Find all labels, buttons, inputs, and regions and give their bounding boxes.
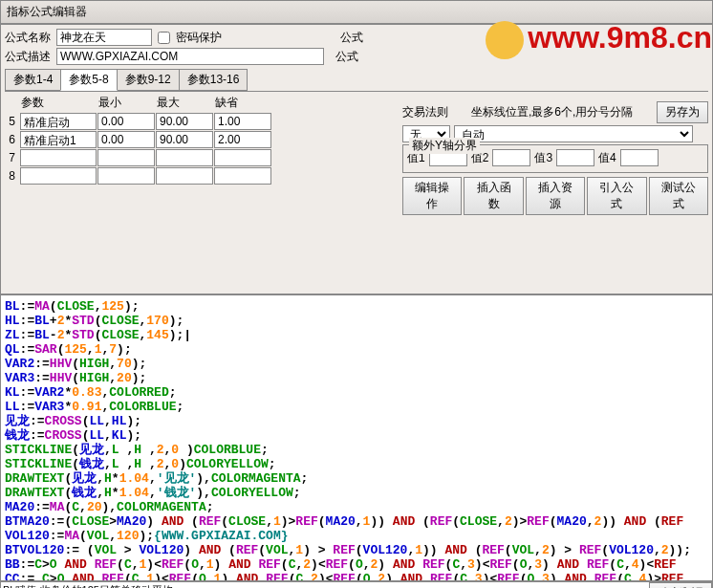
- param-header: 参数: [20, 94, 97, 112]
- name-label: 公式名称: [5, 30, 53, 46]
- param-tab[interactable]: 参数13-16: [179, 69, 248, 91]
- param-rownum: 8: [5, 167, 19, 185]
- param-header: 缺省: [214, 94, 271, 112]
- v4-input[interactable]: [620, 149, 659, 166]
- logo-icon: [486, 21, 524, 59]
- save-as-button[interactable]: 另存为: [657, 101, 708, 123]
- param-cell[interactable]: 精准启动1: [20, 131, 97, 148]
- param-cell[interactable]: [97, 167, 155, 185]
- desc-label: 公式描述: [5, 49, 53, 65]
- param-header: 最小: [97, 94, 155, 112]
- param-cell[interactable]: 90.00: [156, 113, 213, 130]
- param-header: [5, 94, 19, 112]
- v2-input[interactable]: [492, 149, 530, 166]
- param-cell[interactable]: [20, 149, 97, 166]
- action-button[interactable]: 编辑操作: [402, 177, 462, 215]
- param-header: 最大: [156, 94, 213, 112]
- watermark: www.9m8.cn: [486, 20, 712, 59]
- description-area[interactable]: BL赋值:收盘价的125日简单移动平均HL赋值:BL+2*收盘价的170日估算标…: [1, 582, 650, 588]
- auto-select[interactable]: 自动: [454, 125, 693, 142]
- param-cell[interactable]: [214, 149, 271, 166]
- param-cell[interactable]: [156, 167, 213, 185]
- v4-label: 值4: [598, 150, 616, 166]
- formula-label-1: 公式: [340, 30, 363, 46]
- param-cell[interactable]: [156, 149, 213, 166]
- param-cell[interactable]: 0.00: [97, 113, 155, 130]
- coord-hint: 坐标线位置,最多6个,用分号分隔: [471, 104, 633, 120]
- password-label: 密码保护: [176, 30, 222, 46]
- formula-desc-input[interactable]: [56, 48, 324, 65]
- action-buttons: 编辑操作插入函数插入资源引入公式测试公式: [402, 177, 708, 215]
- action-button[interactable]: 插入函数: [464, 177, 523, 215]
- param-cell[interactable]: [214, 167, 271, 185]
- action-button[interactable]: 插入资源: [526, 177, 585, 215]
- formula-name-input[interactable]: [56, 29, 152, 46]
- param-rownum: 5: [5, 113, 19, 130]
- param-rownum: 6: [5, 131, 19, 148]
- action-button[interactable]: 测试公式: [649, 177, 708, 215]
- param-cell[interactable]: 90.00: [156, 131, 213, 148]
- trade-rule-label: 交易法则: [402, 104, 448, 120]
- form-area: www.9m8.cn 公式名称 密码保护 公式 公式描述 公式 参数1-4参数5…: [0, 24, 713, 294]
- password-checkbox[interactable]: [158, 32, 170, 44]
- param-cell[interactable]: 精准启动: [20, 113, 97, 130]
- param-tab[interactable]: 参数9-12: [117, 69, 180, 91]
- extra-y-fieldset: 额外Y轴分界 值1 值2 值3 值4: [402, 144, 708, 173]
- action-button[interactable]: 引入公式: [587, 177, 646, 215]
- param-tab[interactable]: 参数5-8: [60, 69, 117, 91]
- param-rownum: 7: [5, 149, 19, 166]
- side-buttons: 动态翻译测试结果参数精灵用法注释: [650, 582, 712, 588]
- param-cell[interactable]: [20, 167, 97, 185]
- v3-label: 值3: [534, 150, 552, 166]
- code-editor[interactable]: BL:=MA(CLOSE,125);HL:=BL+2*STD(CLOSE,170…: [0, 294, 713, 581]
- bottom-panel: BL赋值:收盘价的125日简单移动平均HL赋值:BL+2*收盘价的170日估算标…: [0, 581, 713, 588]
- side-button[interactable]: 动态翻译: [650, 582, 712, 588]
- param-tab[interactable]: 参数1-4: [5, 69, 61, 91]
- param-cell[interactable]: 2.00: [214, 131, 271, 148]
- param-tabs: 参数1-4参数5-8参数9-12参数13-16: [5, 69, 708, 92]
- formula-label-2: 公式: [335, 49, 358, 65]
- v3-input[interactable]: [556, 149, 594, 166]
- extra-y-legend: 额外Y轴分界: [409, 138, 480, 154]
- param-cell[interactable]: 1.00: [214, 113, 271, 130]
- param-cell[interactable]: [97, 149, 155, 166]
- param-cell[interactable]: 0.00: [97, 131, 155, 148]
- desc-line: BL赋值:收盘价的125日简单移动平均: [3, 584, 647, 588]
